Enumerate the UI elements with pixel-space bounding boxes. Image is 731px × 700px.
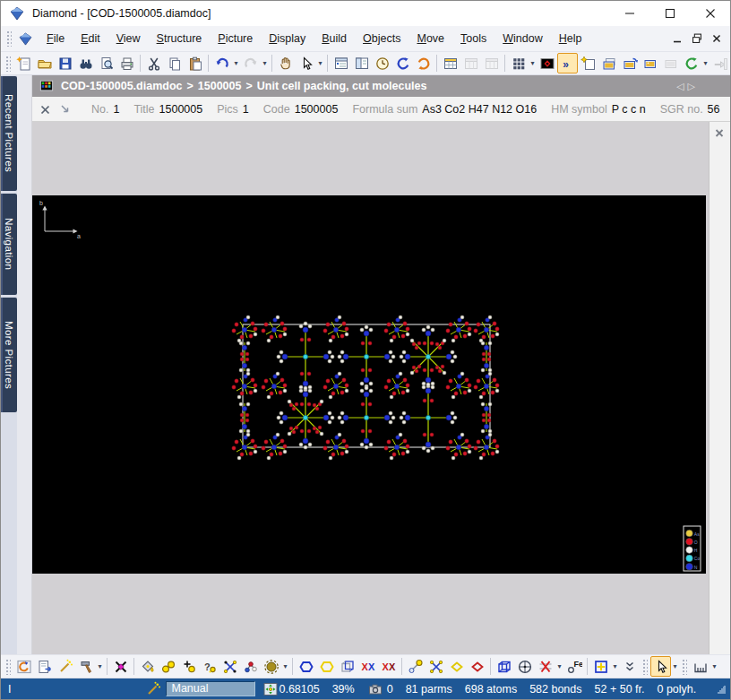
mdi-close-button[interactable]	[707, 30, 727, 48]
menu-edit[interactable]: Edit	[73, 29, 108, 48]
data-sheet-button[interactable]	[440, 53, 460, 73]
go-to-button[interactable]	[710, 53, 730, 73]
breadcrumb-segment[interactable]: Unit cell packing, cut molecules	[257, 80, 427, 92]
select-ring-button[interactable]	[446, 656, 467, 677]
pan-mode-button[interactable]	[275, 53, 296, 73]
measure-tools-button[interactable]	[690, 656, 710, 677]
save-button[interactable]	[55, 53, 75, 73]
measure-tools-dropdown[interactable]: ▾	[710, 662, 718, 670]
mdi-restore-button[interactable]	[687, 30, 707, 48]
picture-properties-button[interactable]	[34, 656, 55, 677]
add-all-atoms-button[interactable]	[158, 656, 178, 677]
mdi-minimize-button[interactable]	[667, 30, 687, 48]
toolbar-grip[interactable]	[642, 659, 648, 675]
select-mode-dropdown[interactable]: ▾	[316, 59, 324, 67]
expand-info-icon[interactable]	[57, 101, 73, 117]
update-picture-button[interactable]	[681, 53, 701, 73]
reset-view-button[interactable]	[413, 53, 434, 73]
menubar-grip[interactable]	[6, 30, 12, 47]
thumbnail-overview-dropdown[interactable]: ▾	[529, 59, 537, 67]
packing-range-dropdown[interactable]: ▾	[281, 662, 289, 670]
edit-unit-cell-button[interactable]	[494, 656, 514, 677]
open-file-button[interactable]	[34, 53, 55, 73]
find-button[interactable]	[75, 53, 96, 73]
undo-dropdown[interactable]: ▾	[232, 59, 240, 67]
history-button[interactable]	[372, 53, 392, 73]
close-info-icon[interactable]	[38, 101, 54, 117]
split-view-button[interactable]	[351, 53, 372, 73]
menu-objects[interactable]: Objects	[355, 29, 408, 48]
undo-button[interactable]	[211, 53, 232, 73]
expand-picture-button[interactable]: »	[557, 53, 578, 73]
pointer-mode-button[interactable]	[650, 656, 671, 677]
destroy-all-button[interactable]	[110, 656, 131, 677]
menu-file[interactable]: File	[39, 29, 73, 48]
toolbar-grip[interactable]	[682, 659, 687, 675]
remove-bonds-dropdown[interactable]: ▾	[555, 662, 563, 670]
copy-picture-button[interactable]	[598, 53, 619, 73]
assistant-wand-icon[interactable]	[145, 681, 161, 697]
mode-indicator[interactable]: Manual	[166, 681, 255, 696]
menu-window[interactable]: Window	[494, 29, 550, 48]
menu-help[interactable]: Help	[551, 29, 590, 48]
breadcrumb-next-button[interactable]: ▷	[688, 81, 699, 91]
menu-structure[interactable]: Structure	[149, 29, 211, 48]
redo-dropdown[interactable]: ▾	[261, 59, 269, 67]
destroy-ring-button[interactable]	[467, 656, 487, 677]
edit-atom-button[interactable]: Fe	[563, 656, 584, 677]
menu-view[interactable]: View	[108, 29, 149, 48]
coordination-cage-button[interactable]	[337, 656, 357, 677]
break-bonds-button[interactable]: XX	[357, 656, 378, 677]
new-document-button[interactable]	[13, 53, 34, 73]
side-tab-recent-pictures[interactable]: Recent Pictures	[1, 76, 17, 191]
undo-view-button[interactable]	[392, 53, 413, 73]
breadcrumb-segment[interactable]: 1500005	[198, 80, 242, 92]
breadcrumb-segment[interactable]: COD-1500005.diamdoc	[61, 80, 182, 92]
create-polyhedra-button[interactable]	[296, 656, 316, 677]
break-all-bonds-button[interactable]: XX	[378, 656, 399, 677]
previous-sheet-button[interactable]	[460, 53, 481, 73]
cut-button[interactable]	[143, 53, 164, 73]
regenerate-picture-button[interactable]	[13, 656, 34, 677]
menu-move[interactable]: Move	[408, 29, 452, 48]
side-tab-navigation[interactable]: Navigation	[1, 194, 17, 295]
paste-button[interactable]	[185, 53, 205, 73]
packing-range-button[interactable]	[261, 656, 281, 677]
orientation-sphere-button[interactable]	[514, 656, 535, 677]
add-atom-button[interactable]	[178, 656, 199, 677]
menu-build[interactable]: Build	[314, 29, 355, 48]
select-mode-button[interactable]	[296, 53, 316, 73]
resize-grip[interactable]	[717, 685, 726, 694]
breadcrumb-prev-button[interactable]: ◁	[676, 81, 687, 91]
fill-cell-mode-dropdown[interactable]: ▾	[611, 662, 619, 670]
connectivity-button[interactable]	[426, 656, 446, 677]
print-button[interactable]	[116, 53, 137, 73]
menu-display[interactable]: Display	[261, 29, 314, 48]
pointer-mode-dropdown[interactable]: ▾	[671, 662, 679, 670]
new-picture-button[interactable]	[578, 53, 598, 73]
update-picture-dropdown[interactable]: ▾	[701, 59, 710, 67]
menu-picture[interactable]: Picture	[210, 29, 261, 48]
fill-unit-cell-button[interactable]	[137, 656, 158, 677]
breadcrumb-path[interactable]: COD-1500005.diamdoc>1500005>Unit cell pa…	[61, 80, 426, 92]
side-tab-more-pictures[interactable]: More Pictures	[1, 298, 17, 412]
print-preview-button[interactable]	[96, 53, 116, 73]
navigation-pane-button[interactable]	[331, 53, 351, 73]
move-mode-icon[interactable]	[262, 681, 279, 697]
redo-button[interactable]	[240, 53, 261, 73]
toolbar-grip[interactable]	[5, 659, 11, 675]
picture-in-picture-button[interactable]	[640, 53, 660, 73]
close-button[interactable]	[690, 2, 730, 26]
connect-atoms-button[interactable]	[219, 656, 240, 677]
toolbar-overflow-button[interactable]	[619, 656, 640, 677]
minimize-button[interactable]	[609, 2, 649, 26]
thumbnail-overview-button[interactable]	[508, 53, 529, 73]
structure-canvas[interactable]: baAsOHCoN	[32, 195, 706, 574]
complete-fragments-button[interactable]	[240, 656, 261, 677]
atom-design-button[interactable]: ?	[199, 656, 219, 677]
duplicate-picture-button[interactable]	[619, 53, 640, 73]
maximize-button[interactable]	[649, 2, 690, 26]
rebuild-dropdown[interactable]: ▾	[96, 662, 104, 670]
picture-thumbnail-button[interactable]	[537, 53, 557, 73]
remove-bonds-button[interactable]	[535, 656, 555, 677]
